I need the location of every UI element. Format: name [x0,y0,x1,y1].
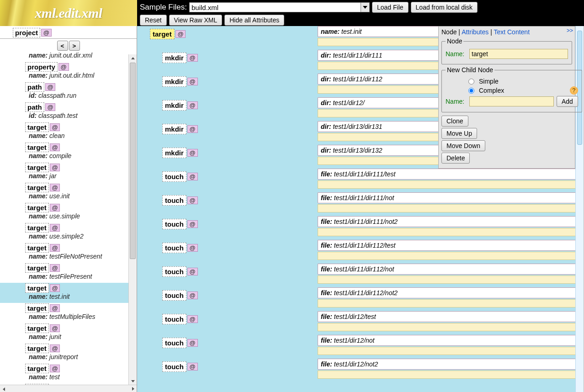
tree-item[interactable]: target@name: use.init [25,182,127,202]
at-icon[interactable]: @ [45,103,56,111]
view-raw-button[interactable]: View Raw XML [169,15,223,26]
child-tag[interactable]: touch [162,171,186,182]
text-row[interactable] [318,180,582,189]
tab-textcontent[interactable]: Text Content [494,28,530,36]
tree-item[interactable]: target@name: clean [25,122,127,142]
child-tag[interactable]: touch [162,361,186,372]
tree-tag[interactable]: target [25,283,49,293]
new-name-input[interactable] [469,96,554,106]
sample-files-combo[interactable] [189,2,370,12]
tree-item[interactable]: target@name: test [25,363,127,383]
splitter[interactable] [137,26,140,392]
tree-item[interactable]: target@name: jar [25,162,127,182]
at-icon[interactable]: @ [187,173,198,180]
reset-button[interactable]: Reset [140,15,167,26]
tree-tag[interactable]: target [25,263,49,273]
attr-row[interactable]: file: test1/dir11/dir112/not [318,264,582,275]
child-tag[interactable]: touch [162,243,186,253]
movedown-button[interactable]: Move Down [441,140,485,151]
tree-tag[interactable]: path [25,82,44,92]
at-icon[interactable]: @ [187,149,198,157]
sample-files-input[interactable] [189,2,361,12]
tree-item[interactable]: path@id: classpath.test [25,102,127,122]
tree-item[interactable]: target@name: testFilePresent [25,263,127,283]
tree-hscrollbar[interactable] [0,385,137,392]
history-fwd-button[interactable]: > [69,41,80,51]
at-icon[interactable]: @ [58,63,69,71]
text-row[interactable] [318,323,582,331]
at-icon[interactable]: @ [50,143,60,151]
text-row[interactable] [318,204,582,212]
root-tag[interactable]: project [13,28,40,37]
at-icon[interactable]: @ [50,284,60,292]
load-local-button[interactable]: Load from local disk [411,2,478,13]
at-icon[interactable]: @ [187,363,198,371]
load-file-button[interactable]: Load File [372,2,409,13]
at-icon[interactable]: @ [187,220,198,228]
at-icon[interactable]: @ [187,54,198,62]
at-icon[interactable]: @ [50,184,60,191]
tree-tag[interactable]: target [25,203,49,212]
panel-collapse-icon[interactable]: >> [567,27,573,34]
child-tag[interactable]: touch [162,338,186,348]
child-tag[interactable]: mkdir [162,148,186,158]
tree-tag[interactable]: target [25,364,49,373]
scroll-down-icon[interactable] [129,377,137,385]
tree-item[interactable]: path@id: classpath.run [25,82,127,102]
at-icon[interactable]: @ [187,78,198,85]
tree-tag[interactable]: target [25,243,49,253]
add-button[interactable]: Add [557,96,578,107]
tree-tag[interactable]: target [25,122,49,132]
child-tag[interactable]: mkdir [162,76,186,87]
at-icon[interactable]: @ [187,244,198,252]
at-icon[interactable]: @ [50,264,60,272]
tree-item[interactable]: target@name: testFileNotPresent [25,243,127,263]
child-tag[interactable]: touch [162,290,186,301]
attr-row[interactable]: file: test1/dir11/dir111/not [318,192,582,203]
child-tag[interactable]: mkdir [162,53,186,63]
tree-tag[interactable]: target [25,223,49,233]
text-row[interactable] [318,299,582,307]
tree-tag[interactable]: target [25,143,49,152]
tree-tag[interactable]: target [25,303,49,313]
text-row[interactable] [318,252,582,260]
at-icon[interactable]: @ [41,29,52,37]
at-icon[interactable]: @ [50,123,60,131]
at-icon[interactable]: @ [187,291,198,299]
at-icon[interactable]: @ [187,268,198,275]
at-icon[interactable]: @ [187,339,198,347]
at-icon[interactable]: @ [50,324,60,332]
attr-row[interactable]: file: test1/dir11/dir111/test [318,169,582,180]
at-icon[interactable]: @ [187,315,198,323]
tree-item[interactable]: target@name: use.simple [25,202,127,222]
sample-files-dropdown-icon[interactable] [361,2,370,12]
scroll-left-icon[interactable] [0,386,7,392]
history-back-button[interactable]: < [57,41,68,51]
attr-row[interactable]: file: test1/dir12/test [318,311,582,322]
tree-vscrollbar[interactable] [128,54,137,385]
tree-tag[interactable]: target [25,163,49,172]
delete-button[interactable]: Delete [441,153,470,164]
tab-attributes[interactable]: Attributes [462,28,488,36]
at-icon[interactable]: @ [50,344,60,352]
tree-item[interactable]: @name: junit.out.dir.xml [25,52,127,62]
selected-tag[interactable]: target [150,29,175,39]
radio-complex[interactable] [468,88,474,94]
at-icon[interactable]: @ [50,224,60,232]
tree-item[interactable]: property@name: junit.out.dir.html [25,62,127,82]
tree-tag[interactable]: target [25,344,49,353]
help-icon[interactable]: ? [570,86,578,95]
at-icon[interactable]: @ [50,204,60,212]
scroll-up-icon[interactable] [129,54,137,62]
attr-row[interactable]: file: test1/dir11/dir112/not2 [318,287,582,298]
moveup-button[interactable]: Move Up [441,128,477,139]
node-name-input[interactable] [469,49,568,59]
radio-simple[interactable] [468,79,474,85]
at-icon[interactable]: @ [187,125,198,133]
at-icon[interactable]: @ [175,30,186,38]
tree-item[interactable]: target@name: test.init [0,283,137,303]
child-tag[interactable]: mkdir [162,124,186,134]
hide-attrs-button[interactable]: Hide all Attributes [224,15,284,26]
tree-tag[interactable]: property [25,62,58,72]
tree-item[interactable]: target@name: junit [25,323,127,343]
